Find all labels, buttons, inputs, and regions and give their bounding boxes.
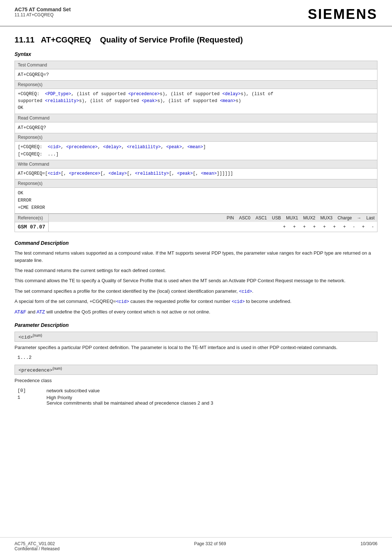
desc-para-6: AT&F and ATZ will undefine the QoS profi… [15,308,377,316]
test-command-value: AT+CGQREQ=? [15,69,377,81]
val-usb: + [309,223,319,230]
write-command-header: Write Command [15,160,377,169]
footer-date: 10/30/06 [360,541,377,551]
delay-tag1: <delay> [222,92,241,97]
col-charge: Charge [335,215,354,221]
test-response-value: +CGQREQ: <PDP_type>, (list of supported … [15,89,377,114]
prec-desc-1: High PriorityService commitments shall b… [44,394,377,406]
footer-center: Page 332 of 569 [194,541,226,551]
col-arrow: → [354,215,364,221]
desc-para-4: The set command specifies a profile for … [15,288,377,295]
cid-link-special2: <cid> [232,299,245,304]
section-title: AT+CGQREQ [41,35,91,44]
peak-tag1: <peak> [142,98,157,104]
cid-values-table: 1...2 [15,354,377,361]
section-number: 11.11 [15,35,34,44]
cid-link-desc: <cid> [239,289,252,294]
reference-section: Reference(s) GSM 07.07 PIN ASC0 ASC1 USB… [15,214,377,232]
read-response-header: Response(s) [15,133,377,142]
col-usb: USB [269,215,283,221]
desc-para-1: The test command returns values supporte… [15,250,377,264]
test-command-header: Test Command [15,61,377,69]
prec-key-1: 1 [15,394,44,406]
col-asc1: ASC1 [253,215,269,221]
delay-tag2: <delay> [103,145,121,150]
rel-tag2: <reliability> [127,145,161,150]
cid-link-special: <cid> [116,299,129,304]
prec-tag2: <precedence> [66,145,98,150]
page-header: AC75 AT Command Set 11.11 AT+CGQREQ SIEM… [0,0,392,27]
syntax-label: Syntax [15,51,377,57]
doc-title: AC75 AT Command Set [15,7,71,12]
mean-tag1: <mean> [220,98,236,104]
desc-para-5: A special form of the set command, +CGQR… [15,298,377,305]
section-subtitle: Quality of Service Profile (Requested) [100,35,243,44]
atz-link: ATZ [36,309,45,315]
val-charge: - [350,223,358,230]
peak-tag-w: <peak> [177,171,193,176]
val-arrow: + [358,223,368,230]
test-response-header: Response(s) [15,81,377,89]
cid-param-desc: Parameter specifies a particular PDP con… [15,344,377,351]
command-description-section: Command Description The test command ret… [15,240,377,316]
ref-left: Reference(s) GSM 07.07 [15,214,49,232]
read-command-value: AT+CGQREQ? [15,122,377,134]
read-response-value: [+CGQREQ: <cid>, <precedence>, <delay>, … [15,142,377,160]
section-heading: 11.11 AT+CGQREQ Quality of Service Profi… [15,35,377,45]
mean-tag2: <mean> [187,145,203,150]
val-last: - [368,223,377,230]
ref-table-values-row: + + + + + + + - + - [49,222,377,231]
precedence-param-section: <precedence>(num) Precedence class [0] n… [15,365,377,406]
precedence-class-label: Precedence class [15,377,377,384]
cid-tag1: <cid> [48,145,61,150]
cid-value-row: 1...2 [15,354,377,361]
reference-value: GSM 07.07 [15,222,49,232]
val-pin: + [279,223,290,230]
parameter-description-label: Parameter Description [15,322,377,328]
prec-key-0: [0] [15,387,44,394]
header-doc-info: AC75 AT Command Set 11.11 AT+CGQREQ [15,7,71,17]
write-command-value: AT+CGQREQ=[<cid>[, <precedence>[, <delay… [15,169,377,179]
col-mux2: MUX2 [301,215,318,221]
doc-subtitle: 11.11 AT+CGQREQ [15,12,71,17]
atf-link: AT&F [15,309,26,315]
precedence-value-row-1: 1 High PriorityService commitments shall… [15,394,377,406]
footer-confidential: Confidential / Released [15,546,60,551]
ref-values-table: + + + + + + + - + - [279,223,377,230]
precedence-superscript: (num) [53,366,62,370]
ref-column-headers: PIN ASC0 ASC1 USB MUX1 MUX2 MUX3 Charge … [224,215,377,221]
prec-desc-0: network subscribed value [44,387,377,394]
rel-tag-w: <reliability> [135,171,169,176]
reliability-tag1: <reliability> [45,98,79,104]
desc-para-3: This command allows the TE to specify a … [15,277,377,284]
parameter-description-section: Parameter Description <cid>(num) Paramet… [15,322,377,406]
mean-tag-w: <mean> [201,171,217,176]
write-response-value: OKERROR+CME ERROR [15,188,377,214]
col-mux3: MUX3 [318,215,335,221]
cid-param-box: <cid>(num) [15,332,377,342]
col-mux1: MUX1 [283,215,301,221]
command-box: Test Command AT+CGQREQ=? Response(s) +CG… [15,61,377,232]
brand-label: SIEMENS [308,7,377,22]
val-mux3: + [339,223,350,230]
header-brand: SIEMENS [308,7,377,22]
write-response-header: Response(s) [15,179,377,188]
prec-tag-w: <precedence> [69,171,100,176]
col-last: Last [364,215,377,221]
cid-value-key: 1...2 [15,354,44,361]
val-mux1: + [319,223,330,230]
col-asc0: ASC0 [237,215,253,221]
val-mux2: + [330,223,340,230]
precedence-param-box: <precedence>(num) [15,365,377,375]
footer-left: AC75_ATC_V01.002 Confidential / Released [15,541,60,551]
page-content: 11.11 AT+CGQREQ Quality of Service Profi… [0,27,392,432]
peak-tag2: <peak> [166,145,182,150]
delay-tag-w: <delay> [109,171,127,176]
pdp-type-tag: <PDP_type> [45,92,71,97]
precedence-tag1: <precedence> [128,92,160,97]
page-footer: AC75_ATC_V01.002 Confidential / Released… [0,537,392,555]
command-description-label: Command Description [15,240,377,246]
val-asc0: + [289,223,299,230]
col-pin: PIN [224,215,237,221]
desc-para-2: The read command returns the current set… [15,267,377,274]
